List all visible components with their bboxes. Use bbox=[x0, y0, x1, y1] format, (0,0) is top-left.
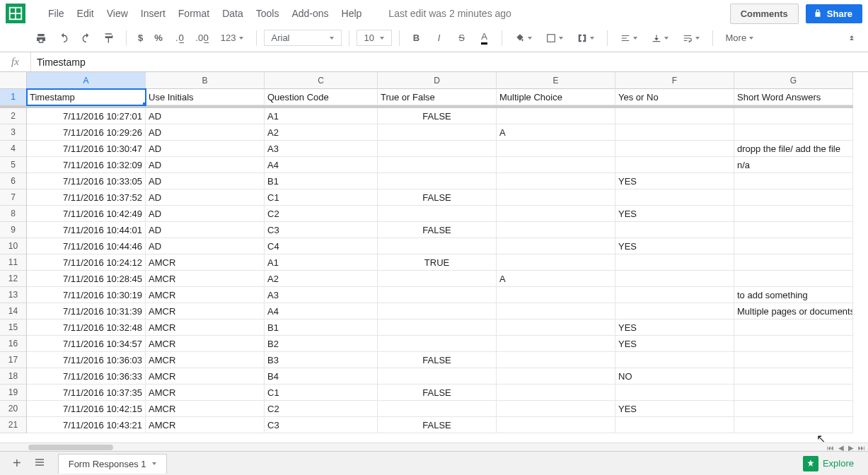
cell[interactable]: C2 bbox=[265, 401, 378, 417]
cell[interactable] bbox=[734, 222, 853, 238]
cell[interactable]: 7/11/2016 10:24:12 bbox=[27, 254, 146, 271]
select-all-corner[interactable] bbox=[0, 72, 27, 89]
cell[interactable] bbox=[615, 287, 734, 303]
merge-button[interactable] bbox=[572, 28, 600, 48]
cell[interactable]: Timestamp bbox=[27, 89, 146, 105]
row-header[interactable]: 11 bbox=[0, 254, 27, 271]
row-header[interactable]: 20 bbox=[0, 401, 27, 417]
cell[interactable]: AD bbox=[146, 189, 265, 206]
cell[interactable]: AMCR bbox=[146, 385, 265, 401]
text-color-button[interactable]: A bbox=[475, 28, 494, 48]
strike-button[interactable]: S bbox=[452, 28, 472, 48]
cell[interactable]: B1 bbox=[265, 319, 378, 336]
cell[interactable]: YES bbox=[615, 238, 734, 254]
cell[interactable]: AMCR bbox=[146, 401, 265, 417]
increase-decimal-button[interactable]: .00̲ bbox=[192, 28, 212, 48]
cell[interactable]: C1 bbox=[265, 189, 378, 206]
cell[interactable]: FALSE bbox=[378, 417, 497, 433]
cell[interactable]: A2 bbox=[265, 271, 378, 287]
all-sheets-button[interactable] bbox=[28, 457, 51, 470]
scroll-last-icon[interactable]: ⏭ bbox=[857, 444, 867, 452]
cell[interactable] bbox=[615, 385, 734, 401]
cell[interactable] bbox=[734, 189, 853, 206]
cell[interactable] bbox=[497, 141, 615, 157]
cell[interactable]: AD bbox=[146, 173, 265, 189]
cell[interactable] bbox=[615, 141, 734, 157]
row-header[interactable]: 1 bbox=[0, 89, 27, 105]
cell[interactable] bbox=[615, 108, 734, 124]
row-header[interactable]: 8 bbox=[0, 206, 27, 222]
last-edit-text[interactable]: Last edit was 2 minutes ago bbox=[383, 5, 517, 22]
font-size-select[interactable]: 10 bbox=[357, 30, 392, 46]
cell[interactable]: 7/11/2016 10:32:48 bbox=[27, 319, 146, 336]
column-header[interactable]: E bbox=[497, 72, 615, 89]
cell[interactable]: AD bbox=[146, 141, 265, 157]
cell[interactable]: 7/11/2016 10:37:35 bbox=[27, 385, 146, 401]
cell[interactable]: True or False bbox=[378, 89, 497, 105]
bold-button[interactable]: B bbox=[407, 28, 427, 48]
paint-format-icon[interactable] bbox=[99, 28, 119, 48]
cell[interactable]: YES bbox=[615, 336, 734, 352]
cell[interactable]: YES bbox=[615, 401, 734, 417]
row-header[interactable]: 21 bbox=[0, 417, 27, 433]
row-header[interactable]: 10 bbox=[0, 238, 27, 254]
cell[interactable] bbox=[497, 319, 615, 336]
cell[interactable]: AMCR bbox=[146, 319, 265, 336]
cell[interactable]: 7/11/2016 10:37:52 bbox=[27, 189, 146, 206]
cell[interactable]: n/a bbox=[734, 157, 853, 173]
menu-help[interactable]: Help bbox=[336, 5, 368, 22]
cell[interactable]: 7/11/2016 10:27:01 bbox=[27, 108, 146, 124]
cell[interactable]: A3 bbox=[265, 141, 378, 157]
cell[interactable]: AD bbox=[146, 124, 265, 141]
share-button[interactable]: Share bbox=[806, 4, 862, 23]
borders-button[interactable] bbox=[540, 28, 569, 48]
cell[interactable]: AMCR bbox=[146, 368, 265, 385]
cell[interactable]: Multiple pages or documents bbox=[734, 303, 853, 319]
cell[interactable] bbox=[615, 303, 734, 319]
cell[interactable] bbox=[378, 124, 497, 141]
column-header[interactable]: B bbox=[146, 72, 265, 89]
cell[interactable]: AMCR bbox=[146, 271, 265, 287]
menu-data[interactable]: Data bbox=[216, 5, 249, 22]
row-header[interactable]: 4 bbox=[0, 141, 27, 157]
cell[interactable]: 7/11/2016 10:29:26 bbox=[27, 124, 146, 141]
collapse-toolbar-button[interactable] bbox=[841, 29, 862, 47]
cell[interactable]: 7/11/2016 10:42:49 bbox=[27, 206, 146, 222]
cell[interactable] bbox=[615, 271, 734, 287]
cell[interactable]: 7/11/2016 10:33:05 bbox=[27, 173, 146, 189]
cell[interactable] bbox=[734, 108, 853, 124]
cell[interactable]: dropp the file/ add the file bbox=[734, 141, 853, 157]
cell[interactable] bbox=[497, 385, 615, 401]
cell[interactable] bbox=[615, 157, 734, 173]
row-header[interactable]: 2 bbox=[0, 108, 27, 124]
cell[interactable] bbox=[734, 368, 853, 385]
cell[interactable]: C1 bbox=[265, 385, 378, 401]
row-header[interactable]: 18 bbox=[0, 368, 27, 385]
fill-color-button[interactable] bbox=[509, 28, 538, 48]
formula-input[interactable]: Timestamp bbox=[31, 57, 86, 68]
cell[interactable]: 7/11/2016 10:36:03 bbox=[27, 352, 146, 368]
more-formats-dropdown[interactable]: 123 bbox=[215, 28, 249, 48]
cell[interactable] bbox=[497, 401, 615, 417]
cell[interactable]: AD bbox=[146, 206, 265, 222]
menu-insert[interactable]: Insert bbox=[135, 5, 171, 22]
cell[interactable] bbox=[497, 287, 615, 303]
cell[interactable] bbox=[497, 173, 615, 189]
sheets-logo[interactable] bbox=[6, 4, 25, 23]
cell[interactable] bbox=[497, 206, 615, 222]
cell[interactable] bbox=[734, 417, 853, 433]
cell[interactable]: A4 bbox=[265, 157, 378, 173]
cell[interactable] bbox=[497, 336, 615, 352]
row-header[interactable]: 19 bbox=[0, 385, 27, 401]
horizontal-scrollbar[interactable]: ⏮ ◀ ▶ ⏭ bbox=[0, 442, 868, 451]
cell[interactable]: A1 bbox=[265, 108, 378, 124]
add-sheet-button[interactable]: + bbox=[6, 455, 28, 471]
row-header[interactable]: 9 bbox=[0, 222, 27, 238]
cell[interactable]: B3 bbox=[265, 352, 378, 368]
cell[interactable] bbox=[734, 385, 853, 401]
menu-addons[interactable]: Add-ons bbox=[286, 5, 334, 22]
cell[interactable]: 7/11/2016 10:44:01 bbox=[27, 222, 146, 238]
scroll-left-icon[interactable]: ◀ bbox=[837, 444, 845, 452]
cell[interactable]: 7/11/2016 10:43:21 bbox=[27, 417, 146, 433]
scrollbar-thumb[interactable] bbox=[28, 445, 113, 450]
